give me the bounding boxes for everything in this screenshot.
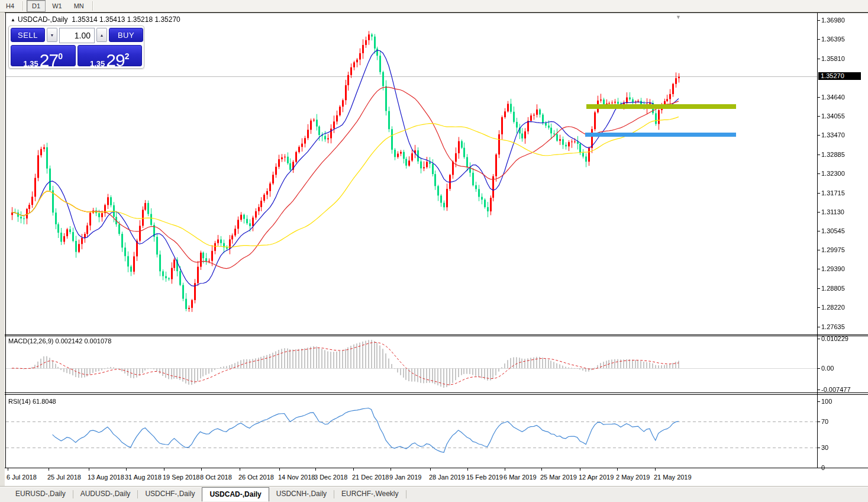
buy-price-pips: 29 — [106, 50, 124, 70]
price-axis-tick — [818, 155, 820, 155]
price-axis-label: 1.27635 — [821, 323, 845, 330]
price-axis-label: 1.35810 — [821, 55, 845, 62]
price-axis-border — [817, 12, 818, 468]
chart-title: ▲USDCAD-,Daily 1.35314 1.35413 1.35218 1… — [11, 15, 180, 24]
rsi-axis-tick — [818, 468, 820, 468]
pane-border — [5, 336, 868, 336]
chart-tab-usdcnh[interactable]: USDCNH-,Daily — [269, 487, 334, 500]
pane-border — [5, 392, 868, 393]
price-axis-label: 1.34640 — [821, 94, 845, 101]
date-axis-label: 25 Mar 2019 — [540, 474, 577, 481]
timeframe-toolbar: H4 D1 W1 MN — [0, 0, 868, 12]
toolbar-separator — [22, 1, 24, 11]
date-axis-label: 6 Mar 2019 — [504, 474, 537, 481]
rsi-axis-tick — [818, 401, 820, 402]
date-axis-tick — [655, 468, 656, 471]
volume-decrease-button[interactable]: ▼ — [47, 28, 57, 42]
sell-price-button[interactable]: 1.35270 — [11, 45, 76, 66]
pane-border — [5, 12, 6, 468]
macd-axis-tick — [818, 390, 820, 390]
timeframe-w1-button[interactable]: W1 — [47, 0, 67, 12]
price-axis-label: 1.32885 — [821, 151, 845, 158]
price-axis-tick — [818, 231, 820, 231]
date-axis-label: 2 May 2019 — [616, 474, 650, 481]
rsi-axis-label: 70 — [821, 418, 828, 425]
date-axis-label: 6 Jul 2018 — [7, 474, 37, 481]
date-axis-tick — [353, 468, 354, 471]
macd-indicator-label: MACD(12,26,9) 0.002142 0.001078 — [8, 337, 111, 345]
price-axis-label: 1.32300 — [821, 170, 845, 177]
price-axis-tick — [818, 39, 820, 40]
price-axis-tick — [818, 59, 820, 59]
buy-price-button[interactable]: 1.35292 — [78, 45, 143, 66]
date-axis-tick — [467, 468, 468, 471]
chart-tab-usdcad[interactable]: USDCAD-,Daily — [202, 487, 269, 501]
date-axis-label: 31 Aug 2018 — [125, 474, 162, 481]
current-price-tag: 1.35270 — [818, 72, 861, 80]
chart-tab-bar: EURUSD-,DailyAUDUSD-,DailyUSDCHF-,DailyU… — [0, 487, 868, 502]
price-axis-tick — [818, 288, 820, 289]
price-axis-label: 1.33470 — [821, 131, 845, 139]
date-axis-label: 21 May 2019 — [654, 474, 692, 481]
timeframe-h4-button[interactable]: H4 — [1, 0, 20, 12]
chart-symbol-label: USDCAD-,Daily — [18, 15, 68, 24]
chart-tab-eurusd[interactable]: EURUSD-,Daily — [8, 487, 73, 500]
price-axis-tick — [818, 173, 820, 174]
buy-button[interactable]: BUY — [109, 28, 143, 42]
rsi-axis-label: 30 — [821, 444, 828, 451]
rsi-indicator-label: RSI(14) 61.8048 — [8, 398, 56, 405]
chart-shift-marker-icon[interactable]: ▼ — [676, 14, 681, 20]
date-axis-label: 21 Dec 2018 — [352, 474, 389, 481]
buy-price-base: 1.35 — [90, 59, 105, 68]
chart-tab-eurchf[interactable]: EURCHF-,Weekly — [334, 487, 405, 500]
volume-input[interactable] — [59, 28, 95, 43]
date-axis-tick — [617, 468, 618, 471]
date-axis-tick — [279, 468, 280, 471]
price-axis-tick — [818, 250, 820, 250]
timeframe-mn-button[interactable]: MN — [69, 0, 89, 12]
price-axis-tick — [818, 307, 820, 308]
date-axis-label: 14 Nov 2018 — [278, 474, 315, 481]
price-axis-label: 1.31715 — [821, 189, 845, 197]
rsi-axis-label: 0 — [821, 464, 825, 471]
date-axis-label: 19 Sep 2018 — [163, 474, 199, 481]
pane-border — [5, 12, 868, 13]
chart-tab-audusd[interactable]: AUDUSD-,Daily — [73, 487, 138, 500]
rsi-axis-tick — [818, 448, 820, 448]
macd-axis-tick — [818, 368, 820, 369]
sell-button[interactable]: SELL — [11, 28, 45, 42]
timeframe-d1-button[interactable]: D1 — [27, 0, 46, 12]
sell-price-pips: 27 — [40, 50, 58, 70]
macd-axis-label: -0.007477 — [821, 386, 851, 393]
price-axis-label: 1.28220 — [821, 304, 845, 311]
date-axis-tick — [49, 468, 49, 471]
price-axis-tick — [818, 116, 820, 117]
price-axis-tick — [818, 327, 820, 327]
date-axis-tick — [430, 468, 431, 471]
pane-border — [5, 334, 868, 335]
macd-indicator-pane[interactable] — [5, 336, 818, 392]
price-axis-tick — [818, 135, 820, 136]
date-axis-tick — [126, 468, 127, 471]
macd-axis-label: 0.00 — [821, 365, 834, 372]
price-axis-label: 1.34055 — [821, 112, 845, 120]
date-axis-label: 9 Jan 2019 — [389, 474, 421, 481]
date-axis-label: 12 Apr 2019 — [579, 474, 614, 481]
ohlc-up-arrow-icon: ▲ — [11, 17, 15, 22]
macd-axis-label: 0.010229 — [821, 335, 848, 342]
date-axis-label: 26 Oct 2018 — [238, 474, 274, 481]
rsi-indicator-pane[interactable] — [5, 395, 818, 468]
chart-tab-usdchf[interactable]: USDCHF-,Daily — [138, 487, 202, 500]
one-click-trading-panel: SELL ▼ ▲ BUY 1.35270 1.35292 — [8, 25, 144, 69]
price-axis-tick — [818, 97, 820, 98]
chart-ohlc-values: 1.35314 1.35413 1.35218 1.35270 — [72, 15, 180, 24]
date-axis-tick — [240, 468, 240, 471]
mt4-window: H4 D1 W1 MN ▲USDCAD-,Daily 1.35314 1.354… — [0, 0, 868, 502]
tab-separator — [406, 490, 406, 498]
pane-border — [5, 468, 868, 468]
date-axis-label: 3 Dec 2018 — [314, 474, 347, 481]
date-axis-tick — [201, 468, 202, 471]
price-axis-tick — [818, 212, 820, 213]
pane-border — [5, 394, 868, 395]
volume-increase-button[interactable]: ▲ — [96, 28, 107, 42]
